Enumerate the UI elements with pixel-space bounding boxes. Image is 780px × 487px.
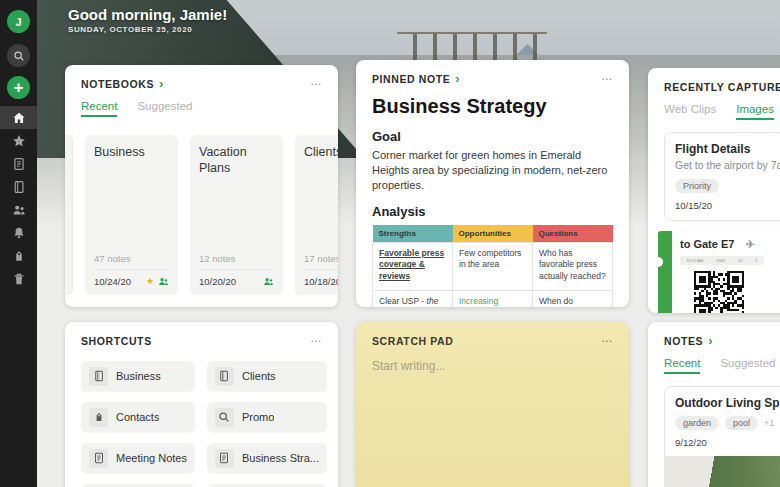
notebook-note-count: 17 notes (304, 253, 338, 269)
analysis-table-cell: Clear USP - the only all green realtor (373, 291, 453, 307)
scratch-menu-button[interactable]: ••• (602, 338, 613, 344)
search-icon (13, 50, 25, 62)
note-title[interactable]: Business Strategy (372, 95, 613, 118)
outdoor-note-date: 9/12/20 (675, 437, 707, 448)
sidebar-item-notebooks[interactable] (0, 175, 37, 198)
flight-note-body: Get to the airport by 7am. Before takeof… (675, 159, 780, 173)
chevron-right-icon[interactable]: › (455, 74, 459, 84)
notebook-icons: ★ (146, 276, 169, 287)
analysis-column-header: Strengths (373, 225, 453, 243)
notebooks-title[interactable]: NOTEBOOKS (81, 78, 154, 90)
sidebar-item-notifications-bell[interactable] (0, 221, 37, 244)
pinned-note-title[interactable]: PINNED NOTE (372, 73, 450, 85)
flight-note-date-row: 10/15/20 ★ (675, 200, 780, 211)
date-text: SUNDAY, OCTOBER 25, 2020 (68, 25, 227, 34)
notebook-name: Business (94, 145, 169, 161)
home-icon (12, 111, 26, 125)
captured-title[interactable]: RECENTLY CAPTURED (664, 81, 780, 93)
pass-detail-text: 10:15 AM (686, 258, 703, 263)
avatar[interactable]: J (7, 10, 30, 33)
boarding-pass-image[interactable]: to Gate E7 ✈ 10:15 AM1962121 (658, 231, 780, 313)
search-button[interactable] (7, 44, 30, 67)
notebooks-tab-recent[interactable]: Recent (81, 100, 117, 117)
pass-detail-text: 12 (738, 258, 742, 263)
notebook-icon (215, 367, 234, 386)
tag-chip-pool[interactable]: pool (725, 416, 758, 430)
notebook-card-fragment[interactable] (65, 135, 73, 295)
notebook-date: 10/18/20 (304, 276, 338, 287)
shortcut-label: Meeting Notes (116, 452, 187, 464)
analysis-table: StrengthsOpportunitiesQuestionsFavorable… (372, 225, 613, 307)
chevron-right-icon[interactable]: › (159, 79, 163, 89)
shortcut-label: Contacts (116, 411, 159, 423)
analysis-table-cell: Who has favorable press actually reached… (533, 242, 613, 291)
notebook-date-row: 10/24/20★ (94, 269, 169, 287)
captured-tab-images[interactable]: Images (736, 103, 774, 120)
shared-people-icon (263, 276, 274, 287)
shortcut-label: Clients (242, 370, 276, 382)
shortcut-promo[interactable]: Promo (207, 402, 327, 432)
shortcut-business[interactable]: Business (81, 361, 195, 391)
captured-card-header: RECENTLY CAPTURED ••• (664, 81, 780, 93)
shortcut-clients[interactable]: Clients (207, 361, 327, 391)
notebook-card[interactable]: Business47 notes10/24/20★ (85, 135, 178, 295)
analysis-column-header: Opportunities (453, 225, 533, 243)
shortcut-business-stra-[interactable]: Business Stra... (207, 443, 327, 473)
recently-captured-card: RECENTLY CAPTURED ••• Web ClipsImagesDoc… (648, 68, 780, 313)
analysis-table-cell: Favorable press coverage & reviews (373, 242, 453, 291)
analysis-table-header-row: StrengthsOpportunitiesQuestions (373, 225, 613, 243)
new-note-button[interactable]: + (7, 76, 30, 99)
pinned-menu-button[interactable]: ••• (602, 76, 613, 82)
notes-icon (12, 157, 26, 171)
tag-chip-garden[interactable]: garden (675, 416, 719, 430)
shortcut-contacts[interactable]: Contacts (81, 402, 195, 432)
chevron-right-icon[interactable]: › (708, 336, 712, 346)
notebook-date-row: 10/20/20 (199, 269, 274, 287)
notebook-card[interactable]: Vacation Plans12 notes10/20/20 (190, 135, 283, 295)
notebook-footer: 47 notes10/24/20★ (94, 253, 169, 287)
shortcut-label: Business Stra... (242, 452, 319, 464)
notebook-icons (263, 276, 274, 287)
goal-heading: Goal (372, 129, 613, 144)
note-tag-chips: gardenpool+1 (675, 416, 780, 430)
scratch-pad-title: SCRATCH PAD (372, 335, 453, 347)
outdoor-note-title: Outdoor Living Space Ideas (675, 396, 780, 410)
flight-note-date: 10/15/20 (675, 200, 712, 211)
shortcut-meeting-notes[interactable]: Meeting Notes (81, 443, 195, 473)
sidebar-item-shared[interactable] (0, 198, 37, 221)
analysis-table-cell: Increasing demand for green homes (453, 291, 533, 307)
flight-note-title: Flight Details (675, 142, 780, 156)
tag-icon (89, 408, 108, 427)
notebooks-tab-suggested[interactable]: Suggested (137, 100, 192, 117)
notebook-date-row: 10/18/20 (304, 269, 338, 287)
shortcuts-card: SHORTCUTS ••• BusinessClientsContactsPro… (65, 322, 338, 487)
shortcuts-menu-button[interactable]: ••• (311, 338, 322, 344)
sidebar-item-notes[interactable] (0, 152, 37, 175)
shared-people-icon (158, 276, 169, 287)
notes-tab-suggested[interactable]: Suggested (720, 357, 775, 374)
captured-tab-web-clips[interactable]: Web Clips (664, 103, 716, 120)
notebooks-menu-button[interactable]: ••• (311, 81, 322, 87)
search-icon (215, 408, 234, 427)
outdoor-note-date-row: 9/12/20 ★ (675, 437, 780, 448)
evernote-home-page: Good morning, Jamie! SUNDAY, OCTOBER 25,… (0, 0, 780, 487)
notes-tab-recent[interactable]: Recent (664, 357, 700, 374)
sidebar-item-shortcuts-star[interactable] (0, 129, 37, 152)
trash-icon (12, 272, 26, 286)
notes-title[interactable]: NOTES (664, 335, 703, 347)
notebook-date: 10/24/20 (94, 276, 131, 287)
notebook-note-count: 47 notes (94, 253, 169, 269)
notebook-date: 10/20/20 (199, 276, 236, 287)
priority-tag-chip[interactable]: Priority (675, 179, 719, 193)
sidebar-item-home[interactable] (0, 106, 37, 129)
tags-icon (12, 249, 26, 263)
outdoor-note[interactable]: Outdoor Living Space Ideas gardenpool+1 … (664, 386, 780, 487)
note-icon (89, 449, 108, 468)
sidebar-item-tags[interactable] (0, 244, 37, 267)
notebook-icon (89, 367, 108, 386)
scratch-pad-input[interactable]: Start writing... (372, 359, 613, 373)
notebook-card[interactable]: Clients17 notes10/18/20 (295, 135, 338, 295)
shortcuts-star-icon (12, 134, 26, 148)
sidebar-item-trash[interactable] (0, 267, 37, 290)
flight-details-note[interactable]: Flight Details Get to the airport by 7am… (664, 132, 780, 221)
